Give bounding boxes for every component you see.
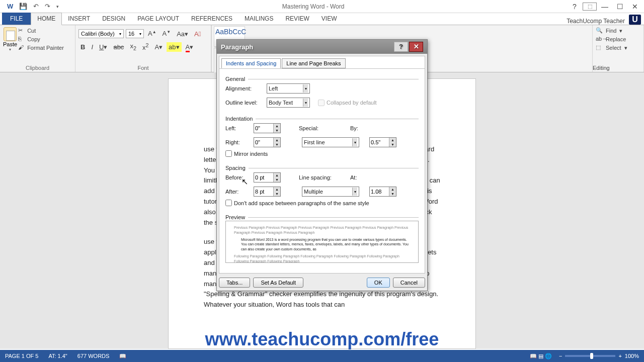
status-words[interactable]: 677 WORDS bbox=[77, 353, 110, 359]
strike-button[interactable]: abc bbox=[111, 42, 126, 52]
clear-formatting-button[interactable]: A⃠ bbox=[192, 29, 203, 39]
tabs-button[interactable]: Tabs... bbox=[219, 278, 250, 288]
bold-button[interactable]: B bbox=[78, 42, 87, 52]
undo-icon[interactable]: ↶ bbox=[33, 3, 39, 10]
copy-button[interactable]: ⎘Copy bbox=[18, 36, 64, 43]
by-input[interactable]: ▲▼ bbox=[369, 137, 396, 147]
watermark-url: www.teachucomp.com/free bbox=[0, 329, 644, 350]
section-preview: Preview bbox=[225, 214, 248, 220]
status-at: AT: 1.4" bbox=[48, 353, 67, 359]
replace-button[interactable]: ab→Replace bbox=[596, 36, 640, 43]
select-button[interactable]: ⬚Select ▾ bbox=[596, 44, 640, 51]
dialog-close-button[interactable]: ✕ bbox=[409, 42, 423, 52]
section-spacing: Spacing bbox=[225, 165, 249, 171]
read-mode-icon[interactable]: 📖 bbox=[530, 353, 537, 359]
paste-button[interactable]: Paste ▾ bbox=[3, 27, 17, 52]
tab-indents-spacing[interactable]: Indents and Spacing bbox=[221, 58, 281, 68]
linespacing-label: Line spacing: bbox=[299, 174, 339, 180]
shrink-font-button[interactable]: A▼ bbox=[160, 29, 173, 38]
right-indent-input[interactable]: ▲▼ bbox=[254, 137, 281, 147]
print-layout-icon[interactable]: ▤ bbox=[538, 353, 543, 359]
subscript-button[interactable]: x2 bbox=[128, 41, 138, 52]
left-indent-input[interactable]: ▲▼ bbox=[254, 123, 281, 133]
minimize-icon[interactable]: — bbox=[598, 3, 612, 11]
cut-button[interactable]: ✂Cut bbox=[18, 27, 64, 34]
section-general: General bbox=[225, 76, 248, 82]
format-painter-button[interactable]: 🖌Format Painter bbox=[18, 44, 64, 51]
ok-button[interactable]: OK bbox=[367, 278, 390, 288]
save-icon[interactable]: 💾 bbox=[19, 3, 27, 10]
set-default-button[interactable]: Set As Default bbox=[253, 278, 303, 288]
mirror-indents-checkbox[interactable] bbox=[225, 150, 232, 157]
tab-home[interactable]: HOME bbox=[31, 13, 62, 25]
tab-insert[interactable]: INSERT bbox=[62, 13, 96, 25]
dialog-help-button[interactable]: ? bbox=[394, 42, 408, 52]
zoom-slider[interactable] bbox=[565, 355, 615, 357]
after-label: After: bbox=[225, 189, 251, 195]
collapsed-checkbox[interactable] bbox=[318, 100, 325, 106]
close-icon[interactable]: ✕ bbox=[628, 3, 642, 11]
search-icon: 🔍 bbox=[596, 27, 603, 34]
tab-line-page-breaks[interactable]: Line and Page Breaks bbox=[282, 58, 345, 68]
at-label: At: bbox=[350, 174, 365, 180]
section-indentation: Indentation bbox=[225, 116, 256, 122]
font-size-combo[interactable]: 16▾ bbox=[126, 29, 144, 38]
italic-button[interactable]: I bbox=[89, 42, 95, 52]
user-badge: U bbox=[629, 15, 641, 25]
zoom-percent[interactable]: 100% bbox=[625, 353, 639, 359]
help-icon[interactable]: ? bbox=[568, 3, 582, 11]
tab-pagelayout[interactable]: PAGE LAYOUT bbox=[131, 13, 185, 25]
copy-icon: ⎘ bbox=[18, 36, 25, 43]
redo-icon[interactable]: ↷ bbox=[45, 3, 50, 10]
grow-font-button[interactable]: A▲ bbox=[146, 29, 158, 38]
tab-mailings[interactable]: MAILINGS bbox=[238, 13, 279, 25]
user-name[interactable]: TeachUcomp Teacher bbox=[567, 18, 629, 25]
outline-select[interactable]: Body Text▾ bbox=[267, 98, 310, 108]
scissors-icon: ✂ bbox=[18, 27, 25, 34]
dontadd-label: Don't add space between paragraphs of th… bbox=[234, 200, 369, 206]
zoom-out-button[interactable]: − bbox=[559, 353, 562, 359]
special-label: Special: bbox=[299, 125, 324, 131]
paragraph-dialog: Paragraph ? ✕ Indents and Spacing Line a… bbox=[216, 39, 428, 291]
superscript-button[interactable]: x2 bbox=[140, 41, 151, 52]
dontadd-checkbox[interactable] bbox=[225, 200, 232, 206]
ribbon-display-icon[interactable]: ⬚ bbox=[583, 3, 597, 11]
font-color-button[interactable]: A▾ bbox=[184, 42, 196, 52]
font-name-combo[interactable]: Calibri (Body)▾ bbox=[78, 29, 124, 38]
alignment-label: Alignment: bbox=[225, 85, 264, 92]
tab-file[interactable]: FILE bbox=[2, 13, 31, 25]
web-layout-icon[interactable]: 🌐 bbox=[545, 353, 552, 359]
clipboard-group-label: Clipboard bbox=[0, 65, 75, 71]
proofing-icon[interactable]: 📖 bbox=[119, 353, 126, 359]
cancel-button[interactable]: Cancel bbox=[393, 278, 425, 288]
text-effects-button[interactable]: A▾ bbox=[152, 42, 165, 52]
status-page[interactable]: PAGE 1 OF 5 bbox=[5, 353, 38, 359]
at-input[interactable]: ▲▼ bbox=[369, 187, 396, 197]
special-select[interactable]: First line▾ bbox=[302, 137, 359, 147]
alignment-select[interactable]: Left▾ bbox=[267, 83, 310, 94]
maximize-icon[interactable]: ☐ bbox=[613, 3, 627, 11]
window-title: Mastering Word - Word bbox=[59, 3, 568, 10]
underline-button[interactable]: U▾ bbox=[97, 42, 109, 52]
before-input[interactable]: ▲▼ bbox=[254, 172, 281, 183]
tab-review[interactable]: REVIEW bbox=[279, 13, 315, 25]
change-case-button[interactable]: Aa▾ bbox=[175, 29, 190, 39]
find-button[interactable]: 🔍Find ▾ bbox=[596, 27, 640, 34]
select-icon: ⬚ bbox=[596, 44, 603, 51]
right-indent-label: Right: bbox=[225, 139, 251, 145]
tab-view[interactable]: VIEW bbox=[315, 13, 343, 25]
mirror-label: Mirror indents bbox=[234, 151, 268, 157]
by-label: By: bbox=[350, 125, 365, 131]
preview-box: Previous Paragraph Previous Paragraph Pr… bbox=[225, 221, 419, 263]
highlight-button[interactable]: ab▾ bbox=[167, 42, 181, 52]
collapsed-label: Collapsed by default bbox=[327, 100, 377, 106]
left-indent-label: Left: bbox=[225, 125, 251, 131]
outline-label: Outline level: bbox=[225, 100, 264, 106]
linespacing-select[interactable]: Multiple▾ bbox=[302, 187, 359, 197]
after-input[interactable]: ▲▼ bbox=[254, 187, 281, 197]
zoom-in-button[interactable]: + bbox=[618, 353, 621, 359]
tab-design[interactable]: DESIGN bbox=[96, 13, 131, 25]
tab-references[interactable]: REFERENCES bbox=[185, 13, 238, 25]
word-icon: W bbox=[7, 3, 13, 10]
dialog-title: Paragraph bbox=[221, 43, 394, 51]
